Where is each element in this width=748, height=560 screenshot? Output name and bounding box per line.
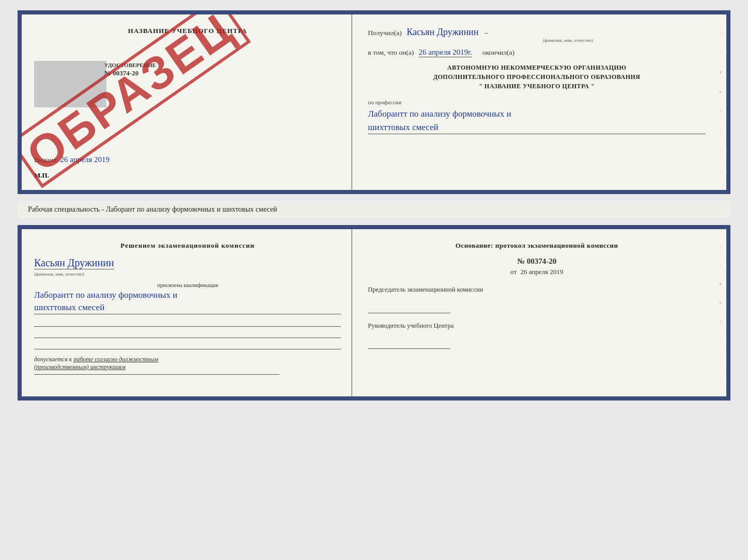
kasyan-name-line: Касьян Дружинин: [34, 257, 341, 270]
br-side-mark-4: а: [719, 302, 723, 303]
side-mark-5: ←: [719, 110, 723, 114]
ot-date: от 26 апреля 2019: [368, 268, 706, 276]
predsedatel-label: Председатель экзаменационной комиссии: [368, 285, 706, 295]
org-line1: АВТОНОМНУЮ НЕКОММЕРЧЕСКУЮ ОРГАНИЗАЦИЮ: [368, 63, 706, 72]
org-block: АВТОНОМНУЮ НЕКОММЕРЧЕСКУЮ ОРГАНИЗАЦИЮ ДО…: [368, 63, 706, 91]
top-document: НАЗВАНИЕ УЧЕБНОГО ЦЕНТРА УДОСТОВЕРЕНИЕ №…: [18, 10, 730, 194]
resheniem-title: Решением экзаменационной комиссии: [34, 242, 341, 250]
dopuskaetsya-block: допускается к работе согласно должностны…: [34, 356, 341, 371]
br-side-mark-3: и: [719, 283, 723, 285]
vydano-line: Выдано 26 апреля 2019: [34, 155, 110, 164]
top-doc-left: НАЗВАНИЕ УЧЕБНОГО ЦЕНТРА УДОСТОВЕРЕНИЕ №…: [22, 14, 352, 190]
rukovoditel-signature-line: [368, 341, 450, 349]
vtom-label: в том, что он(а): [368, 49, 414, 56]
dopuskaetsya-label: допускается к: [34, 356, 72, 363]
predsedatel-signature-line: [368, 305, 450, 313]
kasyan-value: Касьян Дружинин: [34, 257, 114, 269]
side-mark-1: –: [719, 32, 723, 34]
ot-label: от: [510, 268, 517, 276]
br-side-mark-6: –: [719, 341, 723, 343]
cert-title: НАЗВАНИЕ УЧЕБНОГО ЦЕНТРА: [34, 27, 341, 35]
okonchil-label: окончил(а): [482, 49, 515, 56]
vydano-label: Выдано: [34, 156, 56, 164]
middle-label: Рабочая специальность - Лаборант по анал…: [18, 201, 730, 218]
bottom-lines: [34, 318, 341, 349]
professii-label: по профессии: [368, 99, 401, 105]
bottom-line-3: [34, 341, 341, 349]
br-side-mark-5: ←: [719, 320, 723, 324]
bottom-doc-right: Основание: протокол экзаменационной коми…: [352, 229, 726, 396]
udostoverenie-number: № 00374-20: [104, 69, 138, 77]
br-side-mark-7: –: [719, 359, 723, 361]
prisvoena-label: присвоена квалификация: [34, 282, 341, 288]
poluchil-line: Получил(а) Касьян Дружинин – (фамилия, и…: [368, 27, 706, 43]
bottom-line-1: [34, 318, 341, 327]
poluchil-value: Касьян Дружинин: [407, 27, 478, 37]
org-line3: " НАЗВАНИЕ УЧЕБНОГО ЦЕНТРА ": [368, 82, 706, 91]
vtom-line: в том, что он(а) 26 апреля 2019г. окончи…: [368, 48, 706, 57]
poluchil-caption: (фамилия, имя, отчество): [430, 38, 706, 43]
mp-line: М.П.: [34, 171, 49, 180]
udostoverenie-label: УДОСТОВЕРЕНИЕ: [104, 62, 156, 68]
osnovanie-title: Основание: протокол экзаменационной коми…: [368, 242, 706, 250]
professii-block: по профессии Лаборантт по анализу формов…: [368, 97, 706, 134]
side-mark-4: а: [719, 91, 723, 92]
org-line2: ДОПОЛНИТЕЛЬНОГО ПРОФЕССИОНАЛЬНОГО ОБРАЗО…: [368, 72, 706, 82]
br-side-mark-2: –: [719, 265, 723, 267]
ot-date-value: 26 апреля 2019: [520, 268, 563, 276]
br-side-mark-1: –: [719, 246, 723, 248]
photo-placeholder: [34, 61, 106, 107]
protocol-number: № 00374-20: [368, 257, 706, 266]
kvalifikaciya-value: Лаборантт по анализу формовочных ишихтто…: [34, 289, 341, 314]
fio-caption: (фамилия, имя, отчество): [34, 271, 341, 277]
top-doc-right: Получил(а) Касьян Дружинин – (фамилия, и…: [352, 14, 726, 190]
side-mark-6: –: [719, 132, 723, 134]
side-mark-2: –: [719, 52, 723, 54]
side-mark-8: –: [719, 170, 723, 172]
udostoverenie-block: УДОСТОВЕРЕНИЕ № 00374-20: [104, 62, 156, 77]
final-line-bottom: [34, 374, 279, 375]
podpis-block: Председатель экзаменационной комиссии Ру…: [368, 285, 706, 349]
professiya-value: Лаборантт по анализу формовочных ишихтто…: [368, 107, 706, 134]
bottom-right-side-marks: – – и а ← – – –: [716, 229, 725, 396]
dash: –: [485, 29, 488, 37]
vtom-date: 26 апреля 2019г.: [419, 48, 473, 57]
rukovoditel-label: Руководитель учебного Центра: [368, 322, 706, 331]
side-mark-3: и: [719, 71, 723, 73]
bottom-doc-left: Решением экзаменационной комиссии Касьян…: [22, 229, 352, 396]
bottom-document: Решением экзаменационной комиссии Касьян…: [18, 225, 730, 401]
vydano-date: 26 апреля 2019: [60, 155, 110, 164]
side-mark-7: –: [719, 151, 723, 153]
br-side-mark-8: –: [719, 378, 723, 380]
bottom-line-2: [34, 330, 341, 338]
right-side-marks: – – и а ← – – –: [716, 14, 725, 190]
poluchil-label: Получил(а): [368, 29, 402, 37]
